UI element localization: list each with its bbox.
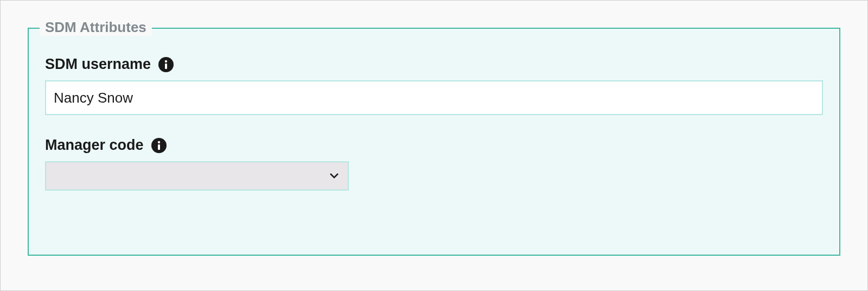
sdm-username-label: SDM username [45,56,151,73]
sdm-attributes-fieldset: SDM Attributes SDM username Manager code [28,28,840,256]
info-icon[interactable] [151,138,167,153]
manager-code-label: Manager code [45,137,144,154]
manager-code-group: Manager code [45,137,823,191]
svg-point-0 [165,60,167,62]
svg-rect-1 [165,64,167,69]
form-panel: SDM Attributes SDM username Manager code [0,0,868,291]
manager-code-select[interactable] [45,161,349,191]
sdm-username-group: SDM username [45,56,823,115]
manager-code-label-row: Manager code [45,137,823,154]
sdm-username-label-row: SDM username [45,56,823,73]
manager-code-select-wrapper [45,161,349,191]
svg-point-2 [157,141,159,143]
sdm-username-input[interactable] [45,80,823,115]
svg-rect-3 [158,144,160,150]
info-icon[interactable] [158,57,174,72]
fieldset-legend: SDM Attributes [40,19,152,36]
